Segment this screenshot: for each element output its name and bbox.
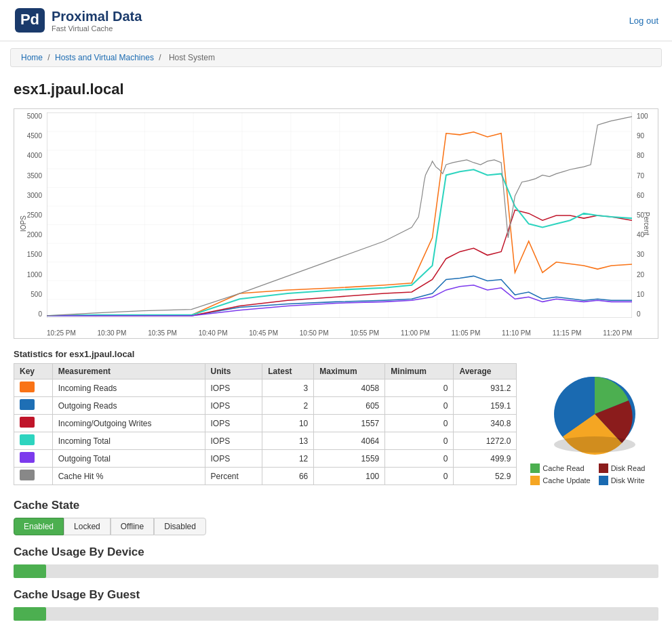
row-measurement: Cache Hit % <box>52 468 205 485</box>
pie-legend: Cache Read Disk Read Cache Update Disk W… <box>530 463 658 485</box>
col-measurement: Measurement <box>52 364 205 379</box>
cache-usage-guest-bar-bg <box>14 607 658 621</box>
row-measurement: Outgoing Reads <box>52 397 205 415</box>
x-axis-labels: 10:25 PM 10:30 PM 10:35 PM 10:40 PM 10:4… <box>47 329 632 337</box>
row-measurement: Incoming Reads <box>52 379 205 397</box>
row-latest: 66 <box>262 468 314 485</box>
cache-read-swatch <box>530 463 540 473</box>
state-offline-button[interactable]: Offline <box>111 518 154 535</box>
row-color-swatch <box>20 470 35 480</box>
breadcrumb-home[interactable]: Home <box>21 53 43 62</box>
row-latest: 2 <box>262 397 314 415</box>
y-axis-right-label: Percent <box>642 212 650 235</box>
disk-write-label: Disk Write <box>611 476 645 485</box>
cache-usage-guest-bar-fill <box>14 607 46 621</box>
logo-icon: Pd <box>14 7 46 34</box>
row-latest: 10 <box>262 415 314 432</box>
y-axis-left-label: IOPS <box>20 215 27 232</box>
row-average: 159.1 <box>454 397 517 415</box>
state-disabled-button[interactable]: Disabled <box>154 518 206 535</box>
table-row: Outgoing Total IOPS 12 1559 0 499.9 <box>14 450 517 468</box>
svg-point-5 <box>554 436 635 453</box>
legend-disk-read: Disk Read <box>599 463 658 473</box>
table-row: Incoming/Outgoing Writes IOPS 10 1557 0 … <box>14 415 517 432</box>
row-maximum: 100 <box>314 468 385 485</box>
cache-usage-guest-section: Cache Usage By Guest <box>14 588 658 621</box>
svg-text:Pd: Pd <box>20 11 39 28</box>
row-color-swatch <box>20 434 35 445</box>
row-minimum: 0 <box>385 379 454 397</box>
col-latest: Latest <box>262 364 314 379</box>
cache-usage-device-bar-bg <box>14 564 658 578</box>
row-color-swatch <box>20 417 35 428</box>
cache-update-swatch <box>530 476 540 485</box>
row-minimum: 0 <box>385 468 454 485</box>
state-locked-button[interactable]: Locked <box>64 518 111 535</box>
row-units: Percent <box>205 468 262 485</box>
chart-svg <box>47 112 632 318</box>
row-units: IOPS <box>205 397 262 415</box>
row-measurement: Incoming Total <box>52 432 205 450</box>
row-units: IOPS <box>205 450 262 468</box>
logout-button[interactable]: Log out <box>629 16 658 26</box>
stats-table-wrap: Key Measurement Units Latest Maximum Min… <box>14 363 517 485</box>
breadcrumb: Home / Hosts and Virtual Machines / Host… <box>10 48 662 67</box>
state-enabled-button[interactable]: Enabled <box>14 518 64 535</box>
col-average: Average <box>454 364 517 379</box>
row-units: IOPS <box>205 379 262 397</box>
cache-update-label: Cache Update <box>542 476 590 485</box>
main-content: esx1.jpaul.local 5000 4500 4000 3500 300… <box>0 74 672 638</box>
row-maximum: 605 <box>314 397 385 415</box>
disk-write-swatch <box>599 476 608 485</box>
row-average: 340.8 <box>454 415 517 432</box>
row-units: IOPS <box>205 415 262 432</box>
row-average: 1272.0 <box>454 432 517 450</box>
stats-layout: Key Measurement Units Latest Maximum Min… <box>14 363 658 485</box>
cache-usage-device-title: Cache Usage By Device <box>14 545 658 559</box>
col-maximum: Maximum <box>314 364 385 379</box>
row-maximum: 1559 <box>314 450 385 468</box>
row-measurement: Incoming/Outgoing Writes <box>52 415 205 432</box>
row-average: 931.2 <box>454 379 517 397</box>
row-color-swatch <box>20 452 35 463</box>
table-row: Incoming Total IOPS 13 4064 0 1272.0 <box>14 432 517 450</box>
row-minimum: 0 <box>385 415 454 432</box>
row-color-swatch <box>20 399 35 410</box>
row-maximum: 4058 <box>314 379 385 397</box>
row-average: 499.9 <box>454 450 517 468</box>
col-key: Key <box>14 364 53 379</box>
pie-chart <box>537 363 652 458</box>
state-buttons: Enabled Locked Offline Disabled <box>14 518 658 535</box>
row-maximum: 4064 <box>314 432 385 450</box>
row-minimum: 0 <box>385 450 454 468</box>
logo-title: Proximal Data <box>52 9 142 24</box>
legend-cache-read: Cache Read <box>530 463 590 473</box>
cache-usage-device-section: Cache Usage By Device <box>14 545 658 578</box>
disk-read-label: Disk Read <box>611 464 646 472</box>
cache-usage-guest-title: Cache Usage By Guest <box>14 588 658 602</box>
cache-read-label: Cache Read <box>542 464 584 472</box>
row-color-swatch <box>20 382 35 392</box>
stats-table: Key Measurement Units Latest Maximum Min… <box>14 363 517 485</box>
stats-section: Statistics for esx1.jpaul.local Key Meas… <box>14 349 658 485</box>
table-row: Incoming Reads IOPS 3 4058 0 931.2 <box>14 379 517 397</box>
pie-area: Cache Read Disk Read Cache Update Disk W… <box>530 363 658 485</box>
svg-rect-2 <box>47 112 632 318</box>
logo-subtitle: Fast Virtual Cache <box>52 24 142 33</box>
row-maximum: 1557 <box>314 415 385 432</box>
disk-read-swatch <box>599 463 608 473</box>
row-average: 52.9 <box>454 468 517 485</box>
table-row: Cache Hit % Percent 66 100 0 52.9 <box>14 468 517 485</box>
y-axis-left: 5000 4500 4000 3500 3000 2500 2000 1500 … <box>14 109 45 318</box>
col-units: Units <box>205 364 262 379</box>
chart-container: 5000 4500 4000 3500 3000 2500 2000 1500 … <box>14 108 658 339</box>
header: Pd Proximal Data Fast Virtual Cache Log … <box>0 0 672 41</box>
breadcrumb-hosts[interactable]: Hosts and Virtual Machines <box>55 53 154 62</box>
cache-usage-device-bar-fill <box>14 564 46 578</box>
page-title: esx1.jpaul.local <box>14 81 658 98</box>
logo-text: Proximal Data Fast Virtual Cache <box>52 9 142 33</box>
stats-title: Statistics for esx1.jpaul.local <box>14 349 658 359</box>
cache-state-title: Cache State <box>14 499 658 512</box>
row-minimum: 0 <box>385 397 454 415</box>
row-minimum: 0 <box>385 432 454 450</box>
